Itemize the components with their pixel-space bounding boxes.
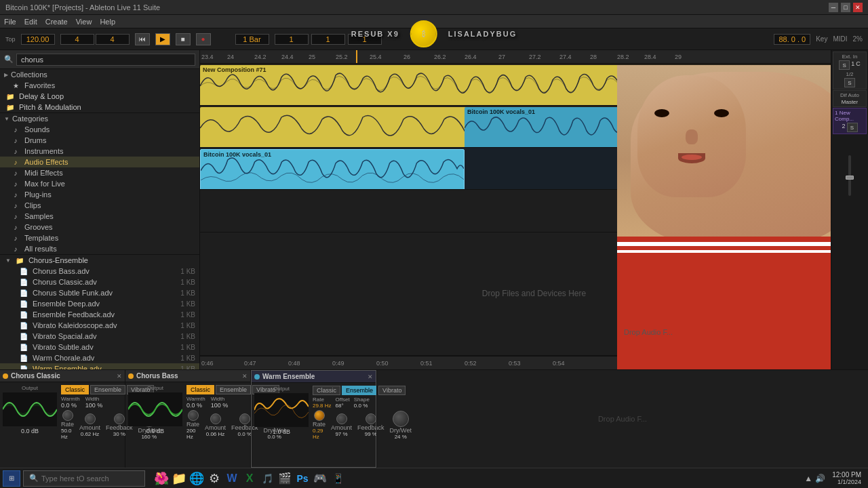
feedback-knob-control-1[interactable] bbox=[114, 413, 125, 424]
menu-edit[interactable]: Edit bbox=[24, 18, 37, 26]
rate-knob-control-3[interactable] bbox=[314, 410, 325, 421]
collections-header[interactable]: ▶ Collections bbox=[0, 69, 199, 80]
taskbar-icon-chrome[interactable]: 🌐 bbox=[189, 470, 205, 487]
offset-val-3: 68° bbox=[336, 403, 350, 409]
sidebar-item-instruments[interactable]: ♪ Instruments bbox=[0, 146, 199, 157]
drywet-knob-control-3[interactable] bbox=[393, 411, 409, 427]
taskbar-icon-ps[interactable]: Ps bbox=[294, 470, 311, 487]
bar-display: 1 bbox=[275, 34, 309, 45]
taskbar-search-input[interactable] bbox=[41, 474, 139, 483]
rewind-button[interactable]: ⏮ bbox=[135, 33, 150, 45]
delay-label: Delay & Loop bbox=[19, 92, 64, 100]
sidebar-search-input[interactable] bbox=[16, 54, 195, 66]
sidebar-file-chorus-bass[interactable]: 📄 Chorus Bass.adv 1 KB bbox=[0, 266, 199, 277]
tab-ensemble-2[interactable]: Ensemble bbox=[216, 385, 251, 394]
sidebar-item-samples[interactable]: ♪ Samples bbox=[0, 211, 199, 222]
device-led-1[interactable] bbox=[3, 373, 8, 379]
taskbar-icon-tiktok[interactable]: 📱 bbox=[330, 470, 346, 487]
menu-help[interactable]: Help bbox=[100, 18, 115, 26]
taskbar-icon-ableton[interactable]: 🎵 bbox=[259, 470, 275, 487]
clip-new-composition[interactable]: New Composition #71 bbox=[200, 65, 688, 105]
menu-create[interactable]: Create bbox=[45, 18, 68, 26]
clip-bitcoin-vocals-selected[interactable]: Bitcoin 100K vocals_01 bbox=[200, 149, 465, 189]
tab-classic-1[interactable]: Classic bbox=[61, 385, 89, 394]
taskbar-search-bar: 🔍 bbox=[23, 470, 145, 487]
play-button[interactable]: ▶ bbox=[155, 33, 170, 45]
menu-view[interactable]: View bbox=[76, 18, 92, 26]
width-1: Width 100 % bbox=[85, 396, 103, 409]
sidebar-file-vibrato-s[interactable]: 📄 Vibrato Spacial.adv 1 KB bbox=[0, 331, 199, 342]
feedback-knob-control-2[interactable] bbox=[239, 413, 250, 424]
tab-ensemble-1[interactable]: Ensemble bbox=[90, 385, 125, 394]
tab-classic-2[interactable]: Classic bbox=[186, 385, 214, 394]
sidebar-item-midi-effects[interactable]: ♪ Midi Effects bbox=[0, 167, 199, 178]
sidebar-item-max[interactable]: ♪ Max for Live bbox=[0, 178, 199, 189]
rate-knob-control-2[interactable] bbox=[188, 410, 199, 421]
rate-knob-1: Rate 50.0 Hz bbox=[61, 410, 74, 440]
taskbar-icon-settings[interactable]: ⚙ bbox=[206, 470, 222, 487]
amount-knob-control-2[interactable] bbox=[210, 413, 221, 424]
sidebar-file-vibrato-subtle[interactable]: 📄 Vibrato Subtle.adv 1 KB bbox=[0, 342, 199, 352]
triangle-icon: ▶ bbox=[4, 72, 8, 78]
stop-button[interactable]: ■ bbox=[176, 33, 191, 45]
clips-label: Clips bbox=[24, 201, 41, 209]
device-waveform-3 bbox=[254, 393, 309, 427]
taskbar-icon-folder[interactable]: 📁 bbox=[171, 470, 187, 487]
taskbar-icon-excel[interactable]: X bbox=[241, 470, 258, 487]
taskbar-icon-photo[interactable]: 🎬 bbox=[277, 470, 293, 487]
folder-chorus-icon: 📁 bbox=[15, 257, 24, 264]
sidebar-file-ensemble-feedback[interactable]: 📄 Ensemble Feedback.adv 1 KB bbox=[0, 309, 199, 320]
taskbar: ⊞ 🔍 🌺 📁 🌐 ⚙ W X 🎵 🎬 Ps 🎮 📱 ▲ 🔊 12:00 PM … bbox=[0, 468, 868, 488]
device-chorus-bass: Chorus Bass ✕ Output 0.0 dB bbox=[125, 370, 251, 468]
sidebar-file-chorus-subtle[interactable]: 📄 Chorus Subtle Funk.adv 1 KB bbox=[0, 287, 199, 298]
amount-knob-control-1[interactable] bbox=[85, 413, 96, 424]
time-mark-6: 0:51 bbox=[420, 360, 433, 367]
sidebar-item-drums[interactable]: ♪ Drums bbox=[0, 135, 199, 146]
ch1-s-btn2[interactable]: S bbox=[844, 78, 855, 87]
sidebar-item-clips[interactable]: ♪ Clips bbox=[0, 200, 199, 211]
close-device-1[interactable]: ✕ bbox=[117, 373, 122, 380]
sidebar-item-pitch[interactable]: 📁 Pitch & Modulation bbox=[0, 102, 199, 113]
tab-ensemble-3[interactable]: Ensemble bbox=[342, 386, 377, 395]
sidebar-folder-chorus-ensemble[interactable]: ▼ 📁 Chorus-Ensemble bbox=[0, 255, 199, 266]
sidebar-item-favorites[interactable]: ★ Favorites bbox=[0, 80, 199, 91]
sidebar-item-audio-effects[interactable]: ♪ Audio Effects bbox=[0, 157, 199, 167]
amount-lbl-3: Amount bbox=[331, 424, 352, 431]
ch3-s-btn[interactable]: S bbox=[847, 123, 858, 132]
ensemble-feedback-size: 1 KB bbox=[180, 311, 195, 319]
sidebar-item-grooves[interactable]: ♪ Grooves bbox=[0, 222, 199, 232]
sidebar-item-plugins[interactable]: ♪ Plug-ins bbox=[0, 189, 199, 200]
start-button[interactable]: ⊞ bbox=[3, 470, 20, 487]
sidebar-file-chorus-classic[interactable]: 📄 Chorus Classic.adv 1 KB bbox=[0, 277, 199, 287]
menu-file[interactable]: File bbox=[4, 18, 16, 26]
rate-knob-control-1[interactable] bbox=[62, 410, 73, 421]
sidebar-item-templates[interactable]: ♪ Templates bbox=[0, 232, 199, 243]
device-led-2[interactable] bbox=[128, 373, 134, 379]
device-led-3[interactable] bbox=[254, 374, 260, 380]
categories-header[interactable]: ▼ Categories bbox=[0, 113, 199, 124]
sidebar-item-delay[interactable]: 📁 Delay & Loop bbox=[0, 91, 199, 102]
ch1-s-btn[interactable]: S bbox=[839, 60, 850, 70]
taskbar-icon-game[interactable]: 🎮 bbox=[312, 470, 328, 487]
minimize-button[interactable]: ─ bbox=[829, 3, 838, 12]
sidebar-file-vibrato-k[interactable]: 📄 Vibrato Kaleidoscope.adv 1 KB bbox=[0, 320, 199, 331]
sidebar-file-warm-chorale[interactable]: 📄 Warm Chorale.adv 1 KB bbox=[0, 352, 199, 363]
record-button[interactable]: ● bbox=[196, 33, 211, 45]
sidebar-file-warm-ensemble[interactable]: 📄 Warm Ensemble.adv 1 KB bbox=[0, 363, 199, 369]
sidebar-file-ensemble-deep[interactable]: 📄 Ensemble Deep.adv 1 KB bbox=[0, 298, 199, 309]
drop-audio-text: Drop Audio F... bbox=[624, 328, 673, 336]
feedback-knob-control-3[interactable] bbox=[366, 413, 376, 424]
taskbar-icon-word[interactable]: W bbox=[224, 470, 240, 487]
tab-classic-3[interactable]: Classic bbox=[313, 386, 340, 395]
sidebar-item-sounds[interactable]: ♪ Sounds bbox=[0, 124, 199, 135]
taskbar-icon-explorer[interactable]: 🌺 bbox=[153, 470, 170, 487]
master-fader-thumb[interactable] bbox=[846, 176, 854, 180]
maximize-button[interactable]: □ bbox=[841, 3, 850, 12]
output-label-1: Output bbox=[22, 385, 38, 391]
close-button[interactable]: ✕ bbox=[853, 3, 863, 12]
close-device-3[interactable]: ✕ bbox=[368, 373, 373, 380]
amount-knob-control-3[interactable] bbox=[336, 413, 347, 424]
sidebar-item-all-results[interactable]: ♪ All results bbox=[0, 243, 199, 254]
close-device-2[interactable]: ✕ bbox=[242, 373, 248, 380]
vibrato-k-label: Vibrato Kaleidoscope.adv bbox=[33, 321, 117, 329]
